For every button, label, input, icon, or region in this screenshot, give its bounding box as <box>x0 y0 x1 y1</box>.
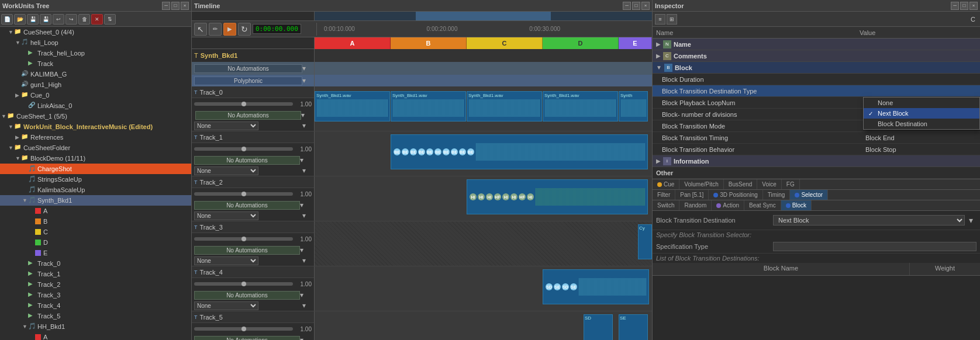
tree-item-track2-1[interactable]: ▶ Track_2 <box>0 279 191 290</box>
tree-item-track3-1[interactable]: ▶ Track_3 <box>0 290 191 300</box>
dropdown-arrow-track5[interactable]: ▾ <box>300 336 309 340</box>
track4-none-select[interactable]: None <box>194 301 258 310</box>
tracks-area[interactable]: T Synth_Bkd1 No Automations ▾ Polyphonic <box>192 49 652 340</box>
tree-item-chargeshot[interactable]: 🎵 ChargeShot <box>0 164 191 174</box>
no-automations-track1[interactable]: No Automations <box>194 156 300 165</box>
timeline-max-btn[interactable]: □ <box>632 2 640 10</box>
prop-block-transition-timing[interactable]: Block Transition Timing Block End <box>653 132 980 144</box>
midi-block-track3-partial[interactable]: Cy <box>638 224 652 259</box>
dropdown-arrow-none-track2[interactable]: ▾ <box>302 211 312 220</box>
tree-item-heli-loop[interactable]: ▼ 🎵 heli_Loop <box>0 37 191 48</box>
tree-item-gun1[interactable]: 🔊 gun1_High <box>0 79 191 90</box>
track0-volume-thumb[interactable] <box>241 102 246 106</box>
close-btn[interactable]: ✕ <box>91 14 103 25</box>
track1-none-select[interactable]: None <box>194 166 258 175</box>
block-dest-type-dropdown[interactable]: None ✓ Next Block Block Destination <box>863 97 980 130</box>
redo-btn[interactable]: ↪ <box>65 14 77 25</box>
sort-btn[interactable]: ⇅ <box>104 14 116 25</box>
track4-volume-thumb[interactable] <box>241 282 246 286</box>
tab-selector[interactable]: Selector <box>790 190 828 200</box>
audio-block-a1[interactable]: Synth_Bkd1.wav <box>315 91 390 122</box>
tab-cue[interactable]: Cue <box>653 179 679 189</box>
no-automations-track5[interactable]: No Automations <box>194 336 300 341</box>
tree-item-kalimbascaleup[interactable]: 🎵 KalimbaScaleUp <box>0 185 191 195</box>
audio-block-d1[interactable]: Synth_Bkd1.wav <box>543 91 618 122</box>
tree-item-block-e[interactable]: E <box>0 248 191 258</box>
tab-pan[interactable]: Pan [5.1] <box>675 190 709 200</box>
section-comments[interactable]: ▶ C Comments <box>653 50 980 62</box>
no-automations-synth[interactable]: No Automations <box>194 64 302 73</box>
inspector-close-btn[interactable]: × <box>969 2 978 10</box>
open-btn[interactable]: 📂 <box>14 14 26 25</box>
track3-volume-thumb[interactable] <box>241 237 246 241</box>
pencil-tool-btn[interactable]: ✏ <box>209 23 222 36</box>
workunit-close-btn[interactable]: × <box>181 2 189 10</box>
tree-item-hh-bkd1[interactable]: ▼ 🎵 HH_Bkd1 <box>0 321 191 332</box>
dropdown-arrow-track1[interactable]: ▾ <box>300 156 309 164</box>
tab-beat-sync[interactable]: Beat Sync <box>744 200 781 210</box>
tab-timing[interactable]: Timing <box>763 190 791 200</box>
tree-item-synth-bkd1[interactable]: ▼ 🎵 Synth_Bkd1 <box>0 195 191 206</box>
delete-btn[interactable]: 🗑 <box>78 14 90 25</box>
track1-volume-thumb[interactable] <box>241 147 246 151</box>
save-btn[interactable]: 💾 <box>27 14 39 25</box>
insp-list-btn[interactable]: ≡ <box>655 14 665 25</box>
track2-none-select[interactable]: None <box>194 211 258 220</box>
tree-item-track4-1[interactable]: ▶ Track_4 <box>0 300 191 311</box>
no-automations-track4[interactable]: No Automations <box>194 291 300 300</box>
section-name[interactable]: ▶ N Name <box>653 39 980 50</box>
audio-block-c1[interactable]: Synth_Bkd1.wav <box>467 91 542 122</box>
dropdown-item-next-block[interactable]: ✓ Next Block <box>864 108 979 119</box>
tree-item-track0-1[interactable]: ▶ Track_0 <box>0 258 191 269</box>
tree-item-kalimba[interactable]: 🔊 KALIMBA_G <box>0 69 191 79</box>
tree-item-track1-1[interactable]: ▶ Track_1 <box>0 269 191 279</box>
letter-block-b[interactable]: B <box>391 37 467 49</box>
audio-block-e1[interactable]: Synth <box>619 91 648 122</box>
block-transition-dest-select[interactable]: Next Block <box>773 215 965 225</box>
tab-bus-send[interactable]: BusSend <box>724 179 758 189</box>
tree-item-cue0[interactable]: ▶ 📁 Cue_0 <box>0 90 191 100</box>
tab-fg[interactable]: FG <box>782 179 800 189</box>
prop-block-transition-behavior[interactable]: Block Transition Behavior Block Stop <box>653 144 980 155</box>
letter-block-a[interactable]: A <box>315 37 391 49</box>
dropdown-arrow-none-track1[interactable]: ▾ <box>302 166 312 175</box>
dropdown-arrow-track0[interactable]: ▾ <box>301 111 310 119</box>
tab-action[interactable]: Action <box>712 200 744 210</box>
dropdown-arrow-track3[interactable]: ▾ <box>300 246 309 254</box>
midi-block-track5-2[interactable]: SE <box>619 314 648 340</box>
inspector-max-btn[interactable]: □ <box>960 2 968 10</box>
dropdown-arrow-poly[interactable]: ▾ <box>302 77 312 85</box>
no-automations-track0[interactable]: No Automations <box>195 111 301 120</box>
tree-item-stringsscaleup[interactable]: 🎵 StringsScaleUp <box>0 174 191 185</box>
tab-random[interactable]: Random <box>679 200 712 210</box>
tab-filter[interactable]: Filter <box>653 190 675 200</box>
audio-block-b1[interactable]: Synth_Bkd1.wav <box>391 91 466 122</box>
workunit-min-btn[interactable]: ─ <box>162 2 170 10</box>
midi-block-track5-1[interactable]: SD <box>584 314 613 340</box>
inspector-min-btn[interactable]: ─ <box>951 2 959 10</box>
tree-item-track[interactable]: ▶ Track <box>0 58 191 69</box>
prop-block-duration[interactable]: Block Duration <box>653 74 980 85</box>
tree-item-block-a[interactable]: A <box>0 206 191 216</box>
tree-item-track-heli[interactable]: ▶ Track_heli_Loop <box>0 48 191 58</box>
loop-btn[interactable]: ↻ <box>238 23 251 36</box>
tree-item-cuesheetfolder[interactable]: ▼ 📁 CueSheetFolder <box>0 143 191 153</box>
new-btn[interactable]: 📄 <box>1 14 13 25</box>
play-btn[interactable]: ▶ <box>223 23 236 36</box>
track0-none-select[interactable]: None <box>194 122 258 130</box>
midi-block-track4[interactable]: SD SE SD SE <box>543 269 649 304</box>
section-block[interactable]: ▼ B Block <box>653 62 980 74</box>
tree-item-references[interactable]: ▶ 📁 References <box>0 132 191 143</box>
no-automations-track2[interactable]: No Automations <box>194 201 300 210</box>
midi-block-track1[interactable]: BE BE BE BE BE BE BE BE BE BE <box>391 134 648 169</box>
tree-item-block-b[interactable]: B <box>0 216 191 227</box>
prop-block-transition-dest-type[interactable]: Block Transition Destination Type None ✓… <box>653 85 980 97</box>
polyphonic-label[interactable]: Polyphonic <box>194 77 302 85</box>
tab-voice[interactable]: Voice <box>757 179 781 189</box>
dropdown-item-block-dest[interactable]: Block Destination <box>864 119 979 129</box>
dropdown-item-none[interactable]: None <box>864 98 979 108</box>
tree-item-hh-a[interactable]: A <box>0 332 191 340</box>
workunit-tree-content[interactable]: ▼ 📁 CueSheet_0 (4/4) ▼ 🎵 heli_Loop ▶ Tra… <box>0 27 191 340</box>
track3-none-select[interactable]: None <box>194 256 258 265</box>
dropdown-arrow-none-track0[interactable]: ▾ <box>302 122 312 130</box>
